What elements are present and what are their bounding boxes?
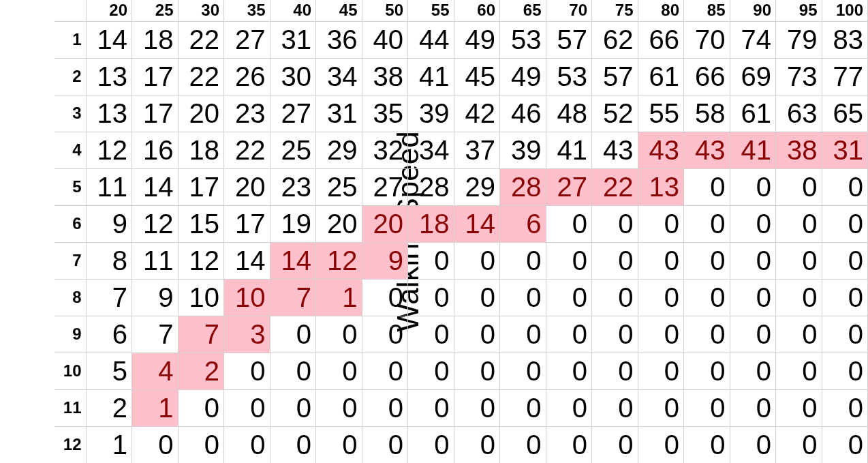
data-cell: 0 (500, 279, 546, 316)
data-cell: 41 (408, 58, 454, 95)
data-cell: 0 (684, 316, 730, 353)
data-cell: 66 (684, 58, 730, 95)
data-cell: 0 (362, 389, 408, 426)
data-cell: 37 (454, 132, 500, 168)
table-row: 11418222731364044495357626670747983 (55, 21, 868, 58)
data-cell: 18 (132, 21, 179, 58)
data-cell: 0 (454, 316, 500, 353)
data-cell: 0 (500, 389, 546, 426)
data-cell: 18 (178, 132, 224, 168)
table-row: 1121000000000000000 (55, 389, 868, 426)
data-cell: 25 (270, 132, 316, 168)
data-cell: 9 (132, 279, 179, 316)
column-header: 50 (362, 0, 408, 21)
data-cell: 32 (362, 132, 408, 168)
data-cell: 12 (86, 132, 132, 168)
table-row: 69121517192020181460000000 (55, 205, 868, 242)
data-cell: 0 (684, 205, 730, 242)
highlighted-cell: 9 (362, 242, 408, 279)
data-cell: 0 (822, 426, 868, 463)
data-cell: 0 (822, 168, 868, 205)
data-cell: 39 (408, 95, 454, 132)
data-cell: 0 (592, 205, 638, 242)
data-cell: 0 (730, 353, 776, 389)
data-cell: 0 (776, 279, 822, 316)
data-cell: 2 (86, 389, 132, 426)
data-cell: 0 (408, 389, 454, 426)
data-cell: 0 (684, 426, 730, 463)
data-cell: 74 (730, 21, 776, 58)
row-header: 4 (55, 132, 86, 168)
data-cell: 53 (546, 58, 592, 95)
data-cell: 0 (500, 316, 546, 353)
data-cell: 38 (362, 58, 408, 95)
data-cell: 0 (408, 316, 454, 353)
data-cell: 0 (316, 426, 362, 463)
data-cell: 66 (638, 21, 684, 58)
data-cell: 0 (822, 279, 868, 316)
data-cell: 0 (546, 389, 592, 426)
data-cell: 0 (178, 426, 224, 463)
data-cell: 39 (500, 132, 546, 168)
data-cell: 7 (86, 279, 132, 316)
data-cell: 0 (454, 353, 500, 389)
data-cell: 0 (546, 279, 592, 316)
data-cell: 0 (822, 316, 868, 353)
data-cell: 27 (270, 95, 316, 132)
data-cell: 0 (592, 242, 638, 279)
data-cell: 0 (546, 426, 592, 463)
data-cell: 0 (316, 316, 362, 353)
row-header: 10 (55, 353, 86, 389)
column-header: 95 (776, 0, 822, 21)
data-cell: 0 (316, 389, 362, 426)
data-cell: 17 (132, 58, 179, 95)
data-cell: 10 (178, 279, 224, 316)
data-cell: 53 (500, 21, 546, 58)
highlighted-cell: 28 (500, 168, 546, 205)
data-cell: 20 (224, 168, 270, 205)
data-cell: 17 (132, 95, 179, 132)
data-cell: 0 (454, 279, 500, 316)
data-cell: 0 (316, 353, 362, 389)
column-header: 30 (178, 0, 224, 21)
row-header: 3 (55, 95, 86, 132)
highlighted-cell: 41 (730, 132, 776, 168)
data-cell: 0 (638, 242, 684, 279)
page: Walking Speed 20253035404550556065707580… (0, 0, 868, 463)
data-cell: 57 (546, 21, 592, 58)
highlighted-cell: 14 (270, 242, 316, 279)
data-cell: 14 (132, 168, 179, 205)
data-cell: 0 (776, 205, 822, 242)
data-cell: 0 (730, 279, 776, 316)
highlighted-cell: 2 (178, 353, 224, 389)
data-cell: 17 (178, 168, 224, 205)
row-header: 8 (55, 279, 86, 316)
data-cell: 0 (224, 426, 270, 463)
data-cell: 0 (224, 389, 270, 426)
table-row: 78111214141290000000000 (55, 242, 868, 279)
data-cell: 0 (684, 242, 730, 279)
data-cell: 0 (684, 389, 730, 426)
highlighted-cell: 6 (500, 205, 546, 242)
highlighted-cell: 10 (224, 279, 270, 316)
data-cell: 0 (776, 316, 822, 353)
data-cell: 0 (546, 242, 592, 279)
data-cell: 42 (454, 95, 500, 132)
data-cell: 0 (362, 426, 408, 463)
highlighted-cell: 4 (132, 353, 179, 389)
data-cell: 58 (684, 95, 730, 132)
data-cell: 0 (822, 205, 868, 242)
data-cell: 44 (408, 21, 454, 58)
highlighted-cell: 43 (684, 132, 730, 168)
highlighted-cell: 20 (362, 205, 408, 242)
data-cell: 70 (684, 21, 730, 58)
data-cell: 34 (408, 132, 454, 168)
data-cell: 48 (546, 95, 592, 132)
highlighted-cell: 7 (178, 316, 224, 353)
highlighted-cell: 7 (270, 279, 316, 316)
data-cell: 61 (638, 58, 684, 95)
row-header: 6 (55, 205, 86, 242)
highlighted-cell: 22 (592, 168, 638, 205)
data-cell: 20 (316, 205, 362, 242)
data-cell: 0 (822, 353, 868, 389)
